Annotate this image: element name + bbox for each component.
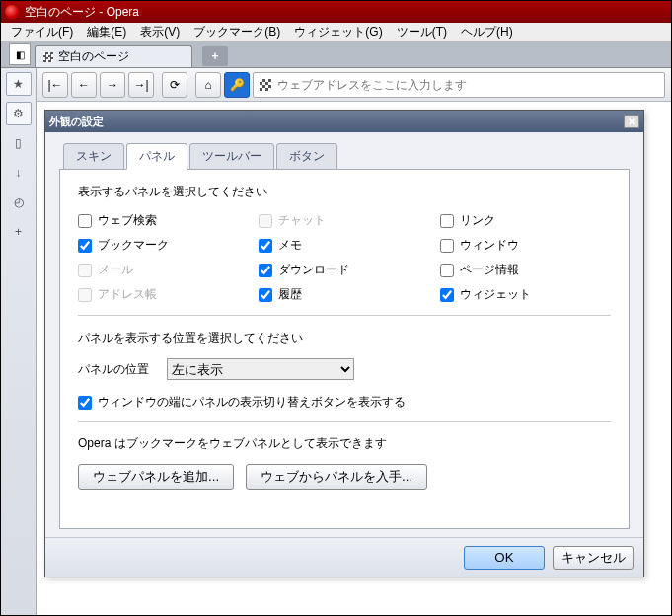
checkbox-input[interactable]	[78, 214, 92, 228]
panel-checkbox[interactable]: リンク	[440, 212, 611, 229]
menu-widgets[interactable]: ウィジェット(G)	[288, 22, 388, 42]
ok-button[interactable]: OK	[464, 546, 545, 570]
panel-checkbox[interactable]: ページ情報	[440, 262, 611, 278]
panel-checkbox[interactable]: ダウンロード	[259, 262, 429, 278]
panel-checkbox[interactable]: 履歴	[259, 286, 429, 303]
window-title: 空白のページ - Opera	[25, 4, 139, 21]
back-icon[interactable]: ←	[71, 72, 97, 98]
forward-icon[interactable]: →	[100, 72, 125, 98]
panel-checkbox[interactable]: ウィジェット	[440, 286, 611, 303]
checkbox-input	[78, 288, 92, 302]
panel-checkbox[interactable]: ウェブ検索	[78, 212, 249, 229]
dialog-panel-content: 表示するパネルを選択してください ウェブ検索チャットリンクブックマークメモウィン…	[59, 169, 630, 529]
menu-view[interactable]: 表示(V)	[134, 22, 186, 42]
panel-checkbox[interactable]: ウィンドウ	[440, 237, 611, 254]
checkbox-input[interactable]	[440, 264, 454, 277]
checkbox-input	[78, 264, 92, 277]
checkbox-input[interactable]	[440, 239, 454, 253]
speed-dial-icon	[260, 79, 271, 91]
first-icon[interactable]: |←	[42, 72, 68, 98]
tab-bar: ◧ 空白のページ +	[1, 42, 671, 68]
checkbox-label: メモ	[278, 237, 302, 254]
speed-dial-icon	[43, 52, 53, 62]
checkbox-input[interactable]	[259, 288, 272, 302]
position-label: パネルの位置	[78, 361, 149, 378]
checkbox-label: 履歴	[278, 286, 302, 303]
checkbox-label: ページ情報	[460, 262, 519, 278]
gear-icon[interactable]: ⚙	[6, 102, 32, 125]
opera-icon	[5, 5, 19, 19]
divider	[78, 315, 611, 316]
checkbox-label: ウェブ検索	[98, 212, 157, 229]
tab-skin[interactable]: スキン	[63, 143, 124, 170]
checkbox-input[interactable]	[78, 239, 92, 253]
bookmark-icon[interactable]: ▯	[6, 131, 32, 155]
panel-toggle-button[interactable]: ◧	[9, 43, 31, 65]
menu-help[interactable]: ヘルプ(H)	[455, 22, 519, 42]
side-panel: ★ ⚙ ▯ ↓ ◴ +	[1, 68, 37, 615]
panel-checkbox[interactable]: ブックマーク	[78, 237, 249, 254]
checkbox-label: ウィンドウ	[460, 237, 519, 254]
toggle-button-checkbox[interactable]: ウィンドウの端にパネルの表示切り替えボタンを表示する	[78, 394, 611, 411]
checkbox-label: リンク	[460, 212, 495, 229]
panel-checkbox: アドレス帳	[78, 286, 249, 303]
new-tab-button[interactable]: +	[202, 46, 228, 66]
get-web-panel-button[interactable]: ウェブからパネルを入手...	[246, 464, 427, 490]
checkbox-label: チャット	[278, 212, 326, 229]
tab-toolbar[interactable]: ツールバー	[189, 143, 274, 170]
cancel-button[interactable]: キャンセル	[553, 546, 634, 570]
navigation-toolbar: |← ← → →| ⟳ ⌂ 🔑	[37, 68, 671, 102]
window-titlebar: 空白のページ - Opera	[1, 1, 671, 23]
section-heading: Opera はブックマークをウェブパネルとして表示できます	[78, 435, 611, 452]
star-icon[interactable]: ★	[6, 72, 32, 96]
checkbox-label: メール	[98, 262, 133, 278]
checkbox-label: ウィジェット	[460, 286, 531, 303]
menu-tools[interactable]: ツール(T)	[391, 22, 453, 42]
checkbox-label: ダウンロード	[278, 262, 349, 278]
plus-icon[interactable]: +	[6, 220, 32, 244]
key-icon[interactable]: 🔑	[224, 72, 250, 98]
menu-edit[interactable]: 編集(E)	[81, 22, 132, 42]
clock-icon[interactable]: ◴	[6, 191, 32, 214]
add-web-panel-button[interactable]: ウェブパネルを追加...	[78, 464, 234, 490]
dialog-footer: OK キャンセル	[45, 537, 643, 577]
section-heading: 表示するパネルを選択してください	[78, 184, 611, 200]
dialog-title: 外観の設定	[49, 115, 104, 129]
tab-button[interactable]: ボタン	[276, 143, 337, 170]
appearance-settings-dialog: 外観の設定 ✕ スキン パネル ツールバー ボタン 表示するパネルを選択してくだ…	[44, 110, 644, 578]
address-input[interactable]	[277, 78, 658, 92]
checkbox-label: アドレス帳	[98, 286, 157, 303]
checkbox-label: ウィンドウの端にパネルの表示切り替えボタンを表示する	[98, 394, 406, 411]
checkbox-input[interactable]	[259, 264, 272, 277]
home-icon[interactable]: ⌂	[195, 72, 221, 98]
tab-blank-page[interactable]: 空白のページ	[35, 45, 192, 67]
checkbox-input[interactable]	[440, 288, 454, 302]
reload-icon[interactable]: ⟳	[162, 72, 187, 98]
checkbox-label: ブックマーク	[98, 237, 169, 254]
panel-checkbox: チャット	[259, 212, 429, 229]
checkbox-input	[259, 214, 272, 228]
address-bar[interactable]	[253, 72, 665, 98]
panel-checkbox[interactable]: メモ	[259, 237, 429, 254]
last-icon[interactable]: →|	[128, 72, 154, 98]
menu-bookmarks[interactable]: ブックマーク(B)	[187, 22, 286, 42]
section-heading: パネルを表示する位置を選択してください	[78, 330, 611, 346]
checkbox-input[interactable]	[440, 214, 454, 228]
menu-bar: ファイル(F) 編集(E) 表示(V) ブックマーク(B) ウィジェット(G) …	[1, 23, 671, 42]
tab-label: 空白のページ	[58, 48, 129, 65]
tab-panel[interactable]: パネル	[126, 143, 187, 170]
checkbox-input[interactable]	[259, 239, 272, 253]
arrow-down-icon[interactable]: ↓	[6, 161, 32, 185]
divider	[78, 421, 611, 422]
checkbox-input[interactable]	[78, 396, 92, 410]
panel-checkbox: メール	[78, 262, 249, 278]
panel-position-select[interactable]: 左に表示	[167, 358, 354, 380]
menu-file[interactable]: ファイル(F)	[5, 22, 79, 42]
dialog-titlebar: 外観の設定 ✕	[45, 111, 643, 132]
dialog-tabstrip: スキン パネル ツールバー ボタン	[59, 142, 630, 169]
close-icon[interactable]: ✕	[624, 115, 639, 128]
